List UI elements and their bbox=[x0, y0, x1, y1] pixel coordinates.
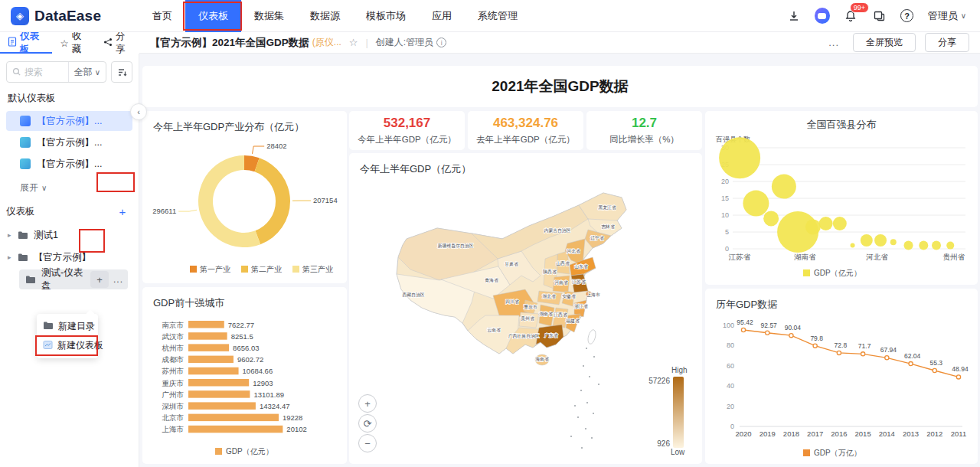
map-zoom-in-button[interactable]: + bbox=[358, 394, 377, 413]
folder-icon bbox=[18, 253, 28, 262]
svg-text:江苏省: 江苏省 bbox=[572, 279, 586, 285]
kpi-label: 去年上半年GDP（亿元） bbox=[476, 134, 574, 145]
kpi-value: 532,167 bbox=[384, 116, 430, 131]
caret-right-icon: ▸ bbox=[8, 253, 18, 261]
panel-counties-bubble: 全国百强县分布百强县个数051015202530江苏省湖南省河北省贵州省GDP（… bbox=[705, 111, 978, 285]
chart-title: GDP前十强城市 bbox=[142, 287, 347, 310]
kpi-label: 今年上半年GDP（亿元） bbox=[358, 134, 456, 145]
dashboard-section-row: 仪表板 + bbox=[0, 199, 139, 223]
svg-text:西藏自治区: 西藏自治区 bbox=[403, 292, 425, 298]
svg-text:95.42: 95.42 bbox=[737, 318, 753, 326]
svg-text:100: 100 bbox=[723, 322, 734, 329]
caret-right-icon: ▸ bbox=[8, 231, 18, 239]
svg-text:72.8: 72.8 bbox=[835, 341, 848, 349]
brand-logo[interactable]: ◈ DataEase bbox=[0, 7, 139, 25]
svg-text:GDP（万亿）: GDP（万亿） bbox=[814, 449, 861, 457]
svg-text:GDP（亿元）: GDP（亿元） bbox=[814, 269, 861, 277]
svg-text:海南省: 海南省 bbox=[535, 357, 549, 362]
svg-text:55.3: 55.3 bbox=[930, 359, 943, 367]
row-more-button[interactable]: ... bbox=[113, 274, 123, 285]
tree-item-1[interactable]: ▸测试1 bbox=[0, 225, 139, 245]
dashboard-thumb-icon bbox=[20, 158, 31, 169]
map-reset-button[interactable]: ⟳ bbox=[358, 414, 377, 433]
download-icon[interactable] bbox=[786, 8, 802, 24]
help-icon[interactable]: ? bbox=[900, 8, 915, 24]
nav-item-3[interactable]: 数据集 bbox=[241, 0, 297, 32]
nav-item-4[interactable]: 数据源 bbox=[297, 0, 353, 32]
sidebar-tab-2[interactable]: ☆收藏 bbox=[52, 32, 95, 54]
legend-low-label: Low bbox=[671, 448, 681, 459]
svg-text:2016: 2016 bbox=[831, 429, 847, 438]
svg-text:山东省: 山东省 bbox=[574, 264, 588, 269]
map-zoom-out-button[interactable]: − bbox=[358, 434, 377, 452]
svg-text:20: 20 bbox=[727, 403, 734, 410]
svg-text:20102: 20102 bbox=[286, 425, 306, 433]
sidebar-tab-label: 收藏 bbox=[72, 30, 88, 56]
svg-text:5: 5 bbox=[725, 228, 729, 236]
app-window: ◈ DataEase 首页仪表板数据集数据源模板市场应用系统管理 99+ ? 管… bbox=[0, 0, 980, 467]
svg-text:79.8: 79.8 bbox=[810, 335, 823, 342]
favorite-star-icon[interactable]: ☆ bbox=[349, 37, 358, 48]
sort-button[interactable] bbox=[111, 61, 132, 83]
tree-item-selected[interactable]: 测试-仪表盘+... bbox=[19, 269, 128, 289]
sidebar-item-official-3[interactable]: 【官方示例】... bbox=[6, 154, 132, 174]
bubble-chart[interactable]: 全国百强县分布百强县个数051015202530江苏省湖南省河北省贵州省GDP（… bbox=[705, 111, 978, 285]
svg-text:北京市: 北京市 bbox=[162, 413, 185, 422]
filter-select[interactable]: 全部∨ bbox=[68, 62, 106, 82]
svg-text:山西省: 山西省 bbox=[556, 261, 570, 266]
nav-item-1[interactable]: 首页 bbox=[139, 0, 185, 32]
expand-link[interactable]: 展开∨ bbox=[0, 175, 139, 199]
svg-text:2013: 2013 bbox=[903, 429, 919, 438]
dashboard-title: 2021年全国GDP数据 bbox=[142, 66, 978, 107]
nav-item-7[interactable]: 系统管理 bbox=[465, 0, 531, 32]
donut-chart[interactable]: 28402207154296611第一产业第二产业第三产业 bbox=[142, 134, 347, 281]
svg-text:2011: 2011 bbox=[951, 429, 966, 438]
context-menu: 新建目录新建仪表板 bbox=[37, 314, 98, 358]
gradient-bar bbox=[673, 377, 684, 448]
tree-item-2[interactable]: ▸【官方示例】 bbox=[0, 247, 139, 267]
sidebar-tab-1[interactable]: 仪表板 bbox=[0, 32, 52, 54]
menu-item-new-dashboard[interactable]: 新建仪表板 bbox=[37, 336, 98, 355]
svg-text:62.04: 62.04 bbox=[904, 352, 921, 360]
sidebar-tab-3[interactable]: 分享 bbox=[96, 32, 139, 54]
svg-text:上海市: 上海市 bbox=[586, 292, 600, 298]
info-icon[interactable]: i bbox=[436, 38, 446, 47]
bar-chart[interactable]: 南京市7622.77武汉市8251.5杭州市8656.03成都市9602.72苏… bbox=[142, 310, 347, 463]
svg-text:296611: 296611 bbox=[152, 207, 176, 215]
svg-text:云南省: 云南省 bbox=[487, 328, 501, 333]
page-header: 【官方示例】2021年全国GDP数据 (原仪... ☆ | 创建人:管理员 i … bbox=[139, 32, 980, 54]
line-chart[interactable]: 02040608010095.42202092.57201990.0420187… bbox=[705, 312, 978, 465]
legend-high-label: High bbox=[671, 366, 682, 377]
share-button[interactable]: 分享 bbox=[925, 33, 969, 52]
add-dashboard-button[interactable]: + bbox=[114, 205, 131, 218]
fullscreen-preview-button[interactable]: 全屏预览 bbox=[853, 33, 916, 52]
assistant-chat-icon[interactable] bbox=[815, 8, 830, 24]
search-input[interactable] bbox=[21, 67, 68, 77]
chart-title: 今年上半年GDP产业分布（亿元） bbox=[142, 111, 347, 134]
svg-text:吉林省: 吉林省 bbox=[601, 224, 615, 230]
kpi-label: 同比增长率（%） bbox=[609, 134, 679, 145]
copy-template-icon[interactable] bbox=[871, 8, 887, 24]
svg-text:黑龙江省: 黑龙江省 bbox=[597, 205, 616, 211]
sidebar-tabs: 仪表板☆收藏分享 bbox=[0, 32, 139, 54]
sidebar-item-official-2[interactable]: 【官方示例】... bbox=[6, 132, 132, 152]
more-button[interactable]: ... bbox=[824, 37, 844, 48]
notifications-bell-icon[interactable]: 99+ bbox=[843, 8, 858, 24]
svg-text:福建省: 福建省 bbox=[566, 318, 580, 324]
menu-item-new-folder[interactable]: 新建目录 bbox=[37, 317, 98, 336]
sidebar-item-official-1[interactable]: 【官方示例】... bbox=[6, 111, 132, 131]
tree-item-label: 测试1 bbox=[34, 229, 58, 242]
svg-text:28402: 28402 bbox=[266, 142, 286, 150]
top-navbar: ◈ DataEase 首页仪表板数据集数据源模板市场应用系统管理 99+ ? 管… bbox=[0, 0, 980, 32]
kpi-card-3: 12.7同比增长率（%） bbox=[586, 111, 702, 150]
user-menu[interactable]: 管理员 ∨ bbox=[928, 9, 966, 23]
nav-item-6[interactable]: 应用 bbox=[419, 0, 465, 32]
nav-item-2[interactable]: 仪表板 bbox=[185, 0, 241, 32]
row-add-button[interactable]: + bbox=[90, 271, 109, 288]
svg-text:8656.03: 8656.03 bbox=[233, 344, 259, 352]
menu-item-label: 新建目录 bbox=[58, 320, 95, 333]
svg-text:甘肃省: 甘肃省 bbox=[505, 262, 518, 267]
svg-text:广州市: 广州市 bbox=[162, 390, 185, 399]
nav-item-5[interactable]: 模板市场 bbox=[353, 0, 419, 32]
sidebar-collapse-button[interactable]: ‹ bbox=[130, 103, 147, 120]
